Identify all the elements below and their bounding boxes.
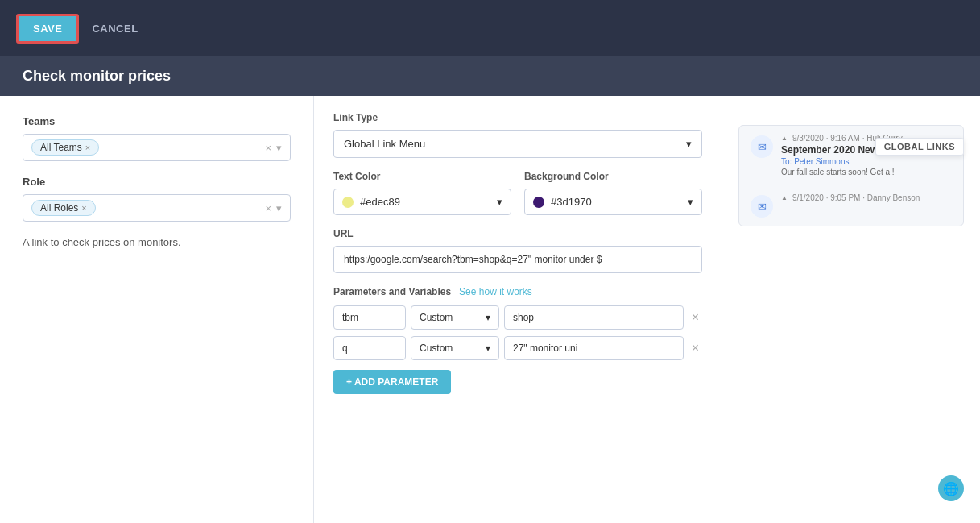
teams-field-controls: × ▾ — [265, 142, 282, 154]
bg-color-field: Background Color #3d1970 ▾ — [524, 171, 702, 215]
all-roles-tag[interactable]: All Roles × — [31, 200, 96, 216]
param-2-value-input[interactable] — [504, 336, 684, 360]
url-field: URL — [333, 228, 702, 273]
person-icon-2: ▲ — [781, 194, 788, 201]
color-row: Text Color #edec89 ▾ Background Color — [333, 171, 702, 215]
param-1-type-chevron-icon: ▾ — [486, 312, 490, 323]
right-panel: ✉ ▲ 9/3/2020 · 9:16 AM · Huli Curry Sept… — [722, 96, 980, 523]
link-type-label: Link Type — [333, 112, 702, 123]
see-how-link[interactable]: See how it works — [459, 286, 532, 297]
all-teams-tag[interactable]: All Teams × — [31, 139, 99, 156]
link-type-value: Global Link Menu — [344, 138, 425, 150]
params-label: Parameters and Variables — [333, 286, 451, 297]
param-1-value-input[interactable] — [504, 305, 684, 330]
text-color-field: Text Color #edec89 ▾ — [333, 171, 511, 215]
top-bar: SAVE CANCEL — [0, 0, 980, 56]
global-links-badge: GLOBAL LINKS — [875, 138, 964, 156]
bg-color-chevron-icon: ▾ — [688, 196, 693, 208]
param-1-type-value: Custom — [420, 312, 453, 323]
email-item-2: ✉ ▲ 9/1/2020 · 9:05 PM · Danny Benson — [739, 185, 963, 226]
add-parameter-button[interactable]: + ADD PARAMETER — [333, 370, 451, 394]
params-header: Parameters and Variables See how it work… — [333, 286, 702, 297]
text-color-label: Text Color — [333, 171, 511, 182]
param-row-2: Custom ▾ × — [333, 336, 702, 360]
param-1-remove-icon[interactable]: × — [688, 310, 702, 325]
url-label: URL — [333, 228, 702, 239]
param-2-type-value: Custom — [420, 342, 453, 354]
email-1-icon: ✉ — [751, 135, 773, 158]
param-2-key-input[interactable] — [333, 336, 406, 360]
param-1-type-select[interactable]: Custom ▾ — [411, 305, 499, 330]
globe-button[interactable]: 🌐 — [938, 475, 964, 501]
bg-color-label: Background Color — [524, 171, 702, 182]
link-type-chevron-icon: ▾ — [686, 138, 692, 150]
email-2-meta: ▲ 9/1/2020 · 9:05 PM · Danny Benson — [781, 193, 952, 204]
param-2-type-select[interactable]: Custom ▾ — [411, 336, 499, 360]
role-chevron-icon[interactable]: ▾ — [276, 202, 282, 214]
teams-tag-close-icon[interactable]: × — [85, 143, 90, 152]
param-2-type-chevron-icon: ▾ — [486, 342, 490, 354]
param-2-remove-icon[interactable]: × — [688, 341, 702, 355]
text-color-value: #edec89 — [360, 196, 400, 208]
text-color-select[interactable]: #edec89 ▾ — [333, 189, 511, 215]
email-item-1: ✉ ▲ 9/3/2020 · 9:16 AM · Huli Curry Sept… — [739, 126, 963, 185]
page-title-bar: Check monitor prices — [0, 56, 980, 96]
email-1-preview: Our fall sale starts soon! Get a ! — [781, 168, 952, 176]
email-1-to: To: Peter Simmons — [781, 157, 952, 166]
teams-label: Teams — [23, 115, 291, 127]
role-field[interactable]: All Roles × × ▾ — [23, 194, 291, 222]
teams-clear-icon[interactable]: × — [265, 142, 271, 154]
save-button[interactable]: SAVE — [16, 14, 79, 44]
person-icon-1: ▲ — [781, 135, 788, 142]
bg-color-value: #3d1970 — [551, 196, 592, 208]
roles-tag-close-icon[interactable]: × — [81, 203, 86, 213]
text-color-dot — [342, 197, 354, 208]
email-2-icon: ✉ — [751, 195, 773, 218]
param-1-key-input[interactable] — [333, 305, 406, 330]
left-panel: Teams All Teams × × ▾ Role All Roles × — [0, 96, 314, 523]
link-type-select[interactable]: Global Link Menu ▾ — [333, 130, 702, 158]
middle-panel: Link Type Global Link Menu ▾ Text Color … — [314, 96, 722, 523]
role-clear-icon[interactable]: × — [265, 202, 271, 214]
teams-field[interactable]: All Teams × × ▾ — [23, 134, 291, 161]
cancel-button[interactable]: CANCEL — [92, 23, 138, 35]
param-row-1: Custom ▾ × — [333, 305, 702, 330]
text-color-chevron-icon: ▾ — [497, 196, 502, 208]
description-text: A link to check prices on monitors. — [23, 236, 291, 248]
page-title: Check monitor prices — [23, 68, 171, 84]
bg-color-dot — [533, 197, 544, 208]
role-field-controls: × ▾ — [265, 202, 282, 214]
bg-color-select[interactable]: #3d1970 ▾ — [524, 189, 702, 215]
email-2-date: ▲ 9/1/2020 · 9:05 PM · Danny Benson — [781, 193, 952, 202]
url-input[interactable] — [333, 246, 702, 273]
teams-chevron-icon[interactable]: ▾ — [276, 142, 282, 154]
main-content: Teams All Teams × × ▾ Role All Roles × — [0, 96, 980, 523]
role-label: Role — [23, 176, 291, 188]
